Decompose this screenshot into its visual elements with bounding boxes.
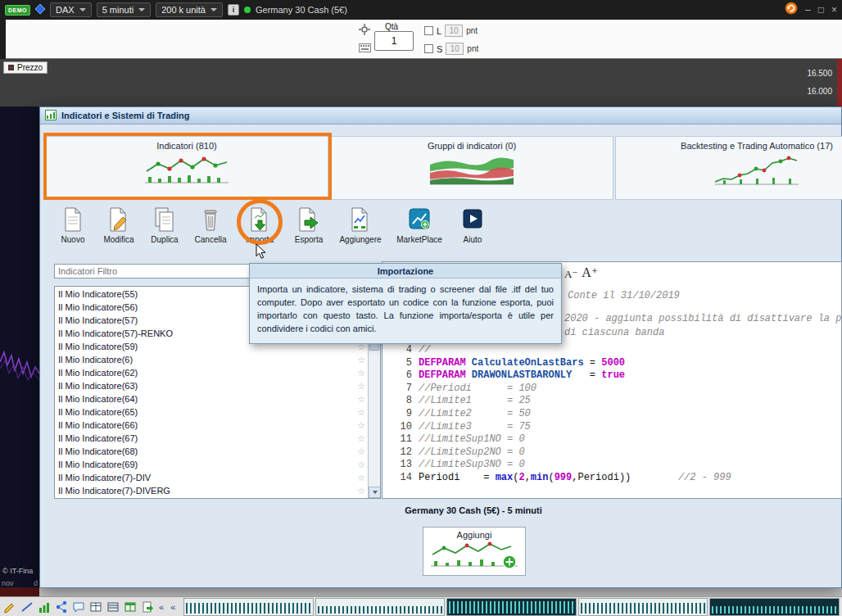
favorite-star-icon[interactable]: ☆ xyxy=(357,473,365,483)
favorite-star-icon[interactable]: ☆ xyxy=(357,394,365,405)
long-points-input[interactable]: 10 xyxy=(445,25,463,37)
favorite-star-icon[interactable]: ☆ xyxy=(357,368,365,378)
background-chart-strip: © IT-Fina nov d xyxy=(0,106,39,596)
list-item[interactable]: Il Mio Indicatore(6)☆ xyxy=(55,353,368,366)
new-button[interactable]: Nuovo xyxy=(52,204,94,244)
info-icon[interactable]: i xyxy=(228,4,239,16)
favorite-star-icon[interactable]: ☆ xyxy=(357,420,365,431)
favorite-star-icon[interactable]: ☆ xyxy=(357,381,365,392)
code-lines: 4//5DEFPARAM CalculateOnLastBars = 50006… xyxy=(383,344,841,485)
long-label: L xyxy=(437,26,441,36)
dialog-titlebar[interactable]: Indicatori e Sistemi di Trading xyxy=(40,107,841,125)
chart-thumbnail[interactable] xyxy=(709,598,840,616)
marketplace-button[interactable]: MarketPlace xyxy=(391,204,448,244)
keyboard-icon[interactable] xyxy=(359,41,371,56)
favorite-star-icon[interactable]: ☆ xyxy=(357,446,365,457)
range-dropdown[interactable]: 200 k unità xyxy=(156,2,223,17)
indicator-name: Il Mio Indicatore(55) xyxy=(58,289,138,299)
favorite-star-icon[interactable]: ☆ xyxy=(357,433,365,444)
app-logo-icon xyxy=(35,2,45,17)
maximize-button[interactable]: □ xyxy=(818,5,824,15)
dialog-tabs: Indicatori (810) Gruppi di indicatori (0… xyxy=(45,136,842,200)
watchlist-icon[interactable] xyxy=(106,600,120,614)
scroll-down-button[interactable] xyxy=(369,487,381,498)
favorite-star-icon[interactable]: ☆ xyxy=(357,355,365,365)
list-item[interactable]: Il Mio Indicatore(66)☆ xyxy=(55,419,368,432)
chart-thumbnail[interactable] xyxy=(578,598,708,616)
add-indicator-button[interactable]: Aggiungi xyxy=(423,527,526,576)
duplicate-button[interactable]: Duplica xyxy=(143,204,186,244)
table-icon[interactable] xyxy=(88,600,102,614)
list-item[interactable]: Il Mio Indicatore(62)☆ xyxy=(55,366,368,379)
list-item[interactable]: Il Mio Indicatore(7)-DIVERG☆ xyxy=(55,484,368,497)
green-table-icon[interactable] xyxy=(123,600,137,614)
short-label: S xyxy=(437,44,442,54)
edit-button[interactable]: Modifica xyxy=(97,204,140,244)
export-button[interactable]: Esporta xyxy=(287,204,330,244)
pane-label[interactable]: Prezzo xyxy=(3,61,48,74)
indicator-name: Il Mio Indicatore(69) xyxy=(58,460,138,469)
qty-input[interactable]: 1 xyxy=(374,31,414,51)
duplicate-icon xyxy=(153,204,176,235)
timeframe-dropdown[interactable]: 5 minuti xyxy=(97,2,152,17)
font-decrease-button[interactable]: A⁻ xyxy=(564,269,577,279)
export-sheet-icon[interactable] xyxy=(140,600,154,614)
code-line: 8//Limite1 = 25 xyxy=(383,395,841,408)
favorite-star-icon[interactable]: ☆ xyxy=(357,407,365,418)
short-checkbox[interactable] xyxy=(424,44,433,53)
mouse-cursor-icon xyxy=(256,243,267,263)
tab-label: Gruppi di indicatori (0) xyxy=(428,141,516,151)
help-button[interactable]: Aiuto xyxy=(451,204,494,244)
sync-icon[interactable] xyxy=(785,2,798,18)
new-icon xyxy=(62,204,84,235)
list-item[interactable]: Il Mio Indicatore(64)☆ xyxy=(55,392,368,405)
indicator-name: Il Mio Indicatore(63) xyxy=(58,381,138,391)
list-item[interactable]: Il Mio Indicatore(7)-DIV☆ xyxy=(55,471,368,484)
minimize-button[interactable]: – xyxy=(805,5,811,15)
list-item[interactable]: Il Mio Indicatore(69)☆ xyxy=(55,458,368,471)
tab-gruppi-indicatori[interactable]: Gruppi di indicatori (0) xyxy=(330,136,613,200)
chart-thumbnail[interactable] xyxy=(446,598,577,616)
list-item[interactable]: Il Mio Indicatore(65)☆ xyxy=(55,405,368,419)
collapse-left-icon[interactable]: « xyxy=(169,602,177,612)
long-checkbox[interactable] xyxy=(424,26,433,35)
favorite-star-icon[interactable]: ☆ xyxy=(357,460,365,470)
tab-indicatori[interactable]: Indicatori (810) xyxy=(45,136,328,200)
chevron-down-icon xyxy=(210,8,217,11)
add-to-chart-button[interactable]: Aggiungere xyxy=(333,204,387,244)
chart-thumbnail[interactable] xyxy=(315,598,446,616)
short-points-input[interactable]: 10 xyxy=(446,43,464,55)
chat-icon[interactable] xyxy=(71,600,85,614)
indicator-name: Il Mio Indicatore(59) xyxy=(58,342,138,351)
close-button[interactable]: × xyxy=(831,5,837,15)
tab-backtesting[interactable]: Backtesting e Trading Automatico (17) xyxy=(615,136,842,200)
bar-chart-icon[interactable] xyxy=(37,600,51,614)
code-comment-fragment: Conte il 31/10/2019 xyxy=(568,290,680,301)
font-increase-button[interactable]: A⁺ xyxy=(582,266,598,279)
tool-label: Aggiungere xyxy=(339,235,381,244)
share-icon[interactable] xyxy=(54,600,68,614)
chevron-down-icon xyxy=(138,8,145,11)
indicator-filter-input[interactable] xyxy=(54,264,274,279)
collapse-left-icon[interactable]: « xyxy=(157,602,165,612)
list-item[interactable]: Il Mio Indicatore(67)☆ xyxy=(55,432,368,445)
tool-label: Modifica xyxy=(103,235,134,244)
price-tick: 16.000 xyxy=(807,87,832,96)
feed-status-icon xyxy=(244,7,251,13)
indicator-name: Il Mio Indicatore(66) xyxy=(58,420,138,430)
pencil-icon[interactable] xyxy=(2,600,16,614)
trendline-icon[interactable] xyxy=(20,600,34,614)
symbol-dropdown[interactable]: DAX xyxy=(50,2,92,17)
indicators-chart-icon xyxy=(142,153,232,189)
left-dark-edge xyxy=(0,20,6,59)
order-settings-icon[interactable] xyxy=(359,24,370,38)
tool-label: Aiuto xyxy=(464,235,482,244)
chart-thumbnail[interactable] xyxy=(183,598,314,616)
favorite-star-icon[interactable]: ☆ xyxy=(357,486,365,496)
delete-button[interactable]: Cancella xyxy=(189,204,232,244)
top-bar: DEMO DAX 5 minuti 200 k unità i Germany … xyxy=(0,0,842,20)
indicator-groups-chart-icon xyxy=(427,153,517,189)
indicator-name: Il Mio Indicatore(57) xyxy=(58,315,138,325)
list-item[interactable]: Il Mio Indicatore(63)☆ xyxy=(55,379,368,392)
list-item[interactable]: Il Mio Indicatore(68)☆ xyxy=(55,445,368,458)
